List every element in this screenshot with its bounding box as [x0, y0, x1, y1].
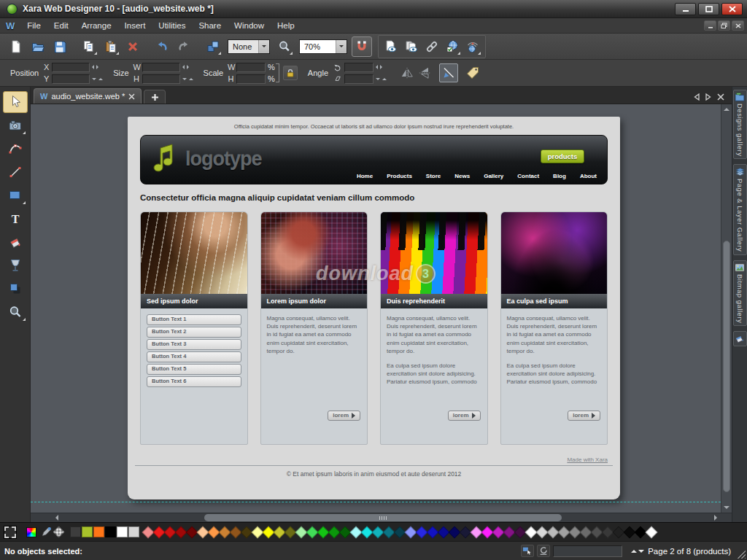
site-header[interactable]: logotype products HomeProductsStoreNewsG…: [140, 135, 608, 184]
nav-link[interactable]: Products: [387, 173, 412, 179]
site-heading[interactable]: Consectetur officia magna aliquip cupida…: [140, 193, 608, 202]
paste-button[interactable]: [101, 36, 121, 57]
web-address-button[interactable]: [462, 36, 483, 57]
column-menu-button[interactable]: Button Text 6: [147, 376, 241, 387]
site-slogan[interactable]: Officia cupidatat minim tempor. Occaecat…: [128, 117, 620, 130]
nav-link[interactable]: News: [454, 173, 470, 179]
stroke-preset-dropdown-arrow[interactable]: [258, 40, 269, 53]
shape-editor-tool[interactable]: [3, 138, 28, 160]
stroke-preset-select[interactable]: None: [228, 39, 270, 54]
copy-button[interactable]: [79, 36, 99, 57]
flip-horizontal-button[interactable]: [400, 66, 414, 80]
lock-aspect-button[interactable]: [283, 66, 298, 80]
smart-transform-button[interactable]: [439, 63, 458, 82]
color-editor-button[interactable]: [26, 527, 36, 537]
menu-item[interactable]: Window: [228, 20, 271, 31]
site-logo[interactable]: logotype: [152, 142, 262, 176]
column-1-title[interactable]: Sed ipsum dolor: [141, 294, 247, 308]
scale-w-field[interactable]: [236, 63, 266, 72]
rectangle-tool[interactable]: [3, 184, 28, 206]
tab-scroll-left-button[interactable]: [694, 93, 700, 101]
doc-minimize-button[interactable]: [704, 20, 716, 31]
bass-guitar-image[interactable]: [141, 212, 247, 294]
bitmap-gallery-tab[interactable]: Bitmap gallery: [733, 260, 747, 326]
preview-page-button[interactable]: [381, 36, 401, 57]
column-menu-button[interactable]: Button Text 5: [147, 364, 241, 375]
zoom-level-select[interactable]: 70%: [299, 39, 347, 54]
nav-link[interactable]: Store: [426, 173, 441, 179]
column-3-lorem-button[interactable]: lorem: [448, 411, 481, 421]
menu-item[interactable]: Help: [271, 20, 301, 31]
nav-link[interactable]: About: [580, 173, 597, 179]
column-2[interactable]: Lorem ipsum dolor Magna consequat, ullam…: [260, 211, 368, 445]
column-4[interactable]: Ea culpa sed ipsum Magna consequat, ulla…: [500, 211, 608, 445]
position-y-field[interactable]: [52, 74, 90, 84]
transform-button[interactable]: [203, 36, 223, 57]
color-swatch[interactable]: [70, 526, 81, 537]
transparent-swatch[interactable]: [53, 526, 65, 538]
column-3-paragraph-1[interactable]: Magna consequat, ullamco velit. Duis rep…: [387, 314, 481, 355]
fill-gallery-tab[interactable]: [733, 331, 747, 346]
canvas[interactable]: Officia cupidatat minim tempor. Occaecat…: [31, 104, 732, 513]
selector-tool[interactable]: [3, 91, 28, 113]
concert-image[interactable]: [501, 212, 608, 294]
nav-link[interactable]: Contact: [517, 173, 539, 179]
column-menu-button[interactable]: Button Text 3: [147, 339, 241, 350]
close-button[interactable]: [721, 3, 743, 15]
snapped-indicator[interactable]: [537, 545, 550, 557]
column-menu-button[interactable]: Button Text 4: [147, 351, 241, 362]
snap-to-objects-toggle[interactable]: [352, 36, 372, 57]
nav-link[interactable]: Home: [357, 173, 373, 179]
column-4-lorem-button[interactable]: lorem: [568, 411, 600, 421]
menu-item[interactable]: Edit: [47, 20, 75, 31]
size-w-field[interactable]: [142, 63, 180, 72]
menu-item[interactable]: Share: [192, 20, 228, 31]
position-x-field[interactable]: [52, 63, 90, 72]
previous-page-button[interactable]: [631, 550, 637, 553]
color-swatch[interactable]: [93, 526, 104, 537]
tab-close-button[interactable]: [717, 93, 724, 101]
open-document-button[interactable]: [28, 36, 48, 57]
size-h-field[interactable]: [142, 74, 180, 84]
website-page[interactable]: Officia cupidatat minim tempor. Occaecat…: [128, 117, 620, 499]
undo-button[interactable]: [152, 36, 172, 57]
tab-scroll-right-button[interactable]: [705, 93, 711, 101]
preview-website-button[interactable]: [401, 36, 422, 57]
column-3-paragraph-2[interactable]: Ea culpa sed ipsum dolore exercitation s…: [387, 362, 481, 386]
minimize-button[interactable]: [675, 3, 696, 15]
shadow-tool[interactable]: [3, 278, 28, 300]
line-tool[interactable]: [3, 161, 28, 183]
menu-item[interactable]: Arrange: [75, 20, 118, 31]
color-swatch[interactable]: [105, 526, 116, 537]
color-swatch[interactable]: [128, 526, 139, 537]
column-2-paragraph[interactable]: Magna consequat, ullamco velit. Duis rep…: [267, 314, 362, 355]
horizontal-scroll-thumb[interactable]: [204, 514, 562, 521]
save-document-button[interactable]: [50, 36, 70, 57]
doc-close-button[interactable]: [732, 20, 744, 31]
column-2-title[interactable]: Lorem ipsum dolor: [261, 294, 368, 308]
menu-item[interactable]: Utilities: [152, 20, 192, 31]
menu-item[interactable]: Insert: [118, 20, 152, 31]
column-3-title[interactable]: Duis reprehenderit: [381, 294, 487, 308]
new-document-button[interactable]: [6, 36, 26, 57]
column-2-lorem-button[interactable]: lorem: [328, 411, 360, 421]
zoom-region-button[interactable]: [274, 36, 295, 57]
doc-tab-close-icon[interactable]: [128, 93, 135, 100]
scroll-left-button[interactable]: [55, 515, 58, 521]
column-4-paragraph-2[interactable]: Ea culpa sed ipsum dolore exercitation s…: [507, 362, 602, 386]
column-3[interactable]: Duis reprehenderit Magna consequat, ulla…: [380, 211, 488, 445]
document-tab[interactable]: W audio_website.web *: [34, 88, 142, 104]
column-1[interactable]: Sed ipsum dolor Button Text 1Button Text…: [140, 211, 248, 445]
next-page-button[interactable]: [638, 550, 644, 553]
color-swatch[interactable]: [645, 526, 657, 538]
column-4-title[interactable]: Ea culpa sed ipsum: [501, 294, 608, 308]
site-copyright[interactable]: © Et amet ipsum laboris in anim eiusmod …: [128, 470, 620, 478]
nav-link[interactable]: Blog: [553, 173, 566, 179]
zoom-tool[interactable]: [3, 301, 28, 323]
delete-button[interactable]: [123, 36, 143, 57]
doc-restore-button[interactable]: [718, 20, 730, 31]
maximize-button[interactable]: [698, 3, 719, 15]
nav-link[interactable]: Gallery: [484, 173, 503, 179]
no-color-swatch[interactable]: [4, 526, 16, 538]
new-tab-button[interactable]: [144, 90, 166, 104]
